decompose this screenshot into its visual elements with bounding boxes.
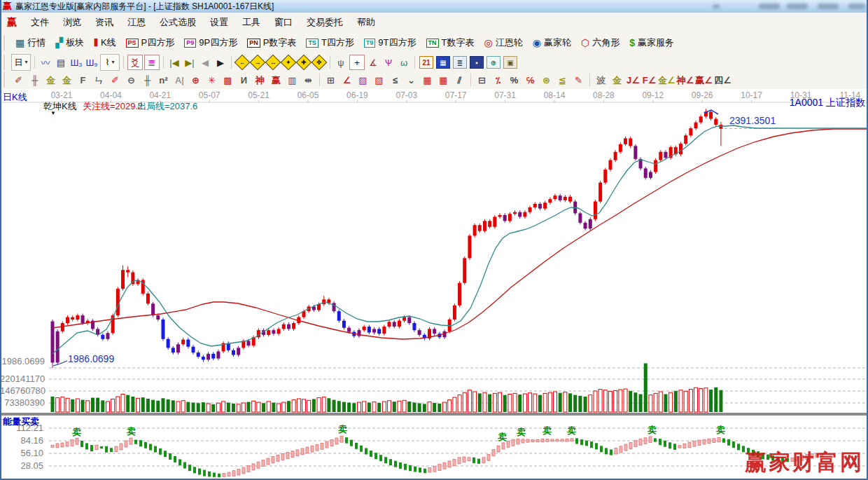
menu-item[interactable]: 资讯 <box>88 14 120 31</box>
gann-tool-icon[interactable]: Ѱ <box>382 55 396 69</box>
toolbar-button-dollar[interactable]: $赢家服务 <box>626 35 677 50</box>
histogram-icon[interactable]: ≣ <box>144 55 160 70</box>
menu-item[interactable]: 文件 <box>24 14 56 31</box>
draw-tool-button[interactable]: ⊛ <box>539 73 554 88</box>
expand-icon[interactable]: ✚ <box>296 55 312 71</box>
toolbar-button-table[interactable]: ▦行情 <box>13 35 48 50</box>
bars-9-icon[interactable]: Ш₉ <box>85 55 99 69</box>
toolbar-button-hexagon[interactable]: ⬡六角形 <box>578 35 622 50</box>
toolbar-button-badge[interactable]: PSP四方形 <box>123 35 178 50</box>
draw-tool-button[interactable]: ∠ <box>340 73 354 88</box>
draw-tool-button[interactable]: 四∠ <box>714 73 732 88</box>
menu-item[interactable]: 设置 <box>203 14 235 31</box>
draw-tool-button[interactable]: ✐ <box>11 73 26 88</box>
last-bar-icon[interactable]: ▶| <box>183 55 197 69</box>
draw-tool-button[interactable]: ℅ <box>523 73 538 88</box>
draw-tool-button[interactable]: ⌄ <box>404 73 419 88</box>
toolbar-grip[interactable] <box>4 35 7 50</box>
draw-tool-button[interactable]: ✳ <box>204 73 219 88</box>
menu-item[interactable]: 帮助 <box>350 14 382 31</box>
toolbar-button-wheel[interactable]: ◎江恩轮 <box>481 35 525 50</box>
zoom-horizontal-icon[interactable]: ↔ <box>265 55 281 71</box>
draw-tool-button[interactable]: ⊞ <box>323 73 338 88</box>
draw-tool-button[interactable]: ⊟ <box>475 73 489 88</box>
blurred-control[interactable] <box>713 4 720 8</box>
draw-tool-button[interactable]: ⁒ <box>491 73 505 88</box>
calendar-icon[interactable]: 21 <box>419 56 433 69</box>
draw-tool-button[interactable]: F∠ <box>642 73 657 88</box>
toolbar-grip[interactable] <box>4 72 7 88</box>
toolbar-button-blocks[interactable]: ▞板块 <box>52 35 87 50</box>
pattern-icon[interactable]: 爻 <box>127 55 143 70</box>
draw-tool-button[interactable]: ⊕ <box>188 73 203 88</box>
draw-tool-button[interactable]: 金 <box>610 73 624 88</box>
draw-tool-button[interactable]: 金 <box>59 73 74 88</box>
notes-icon[interactable]: ▤ <box>54 55 68 69</box>
toolbar-button-candles[interactable]: ⫴K线 <box>91 35 119 50</box>
zigzag-icon[interactable]: 〰 <box>38 55 52 69</box>
draw-tool-button[interactable]: ㄣ <box>92 73 106 88</box>
draw-tool-button[interactable]: J∠ <box>626 73 640 88</box>
draw-tool-button[interactable]: 金∠ <box>658 73 676 88</box>
blurred-control[interactable] <box>759 4 780 9</box>
blurred-control[interactable] <box>818 4 839 9</box>
scroll-left-icon[interactable]: ← <box>234 55 251 71</box>
toolbar-button-big-wheel[interactable]: ◉赢家轮 <box>530 35 574 50</box>
compass-icon[interactable]: ∡ <box>366 55 380 69</box>
scroll-right-icon[interactable]: → <box>250 55 266 71</box>
toolbar-button-badge[interactable]: P99P四方形 <box>181 35 240 50</box>
toolbar-button-badge[interactable]: PNP数字表 <box>244 35 299 50</box>
kline-mode-dropdown-icon[interactable]: ▼ <box>50 110 56 116</box>
draw-tool-button[interactable]: 神∠ <box>677 73 694 88</box>
bars-3-icon[interactable]: Ш₃ <box>69 55 83 69</box>
draw-tool-button[interactable]: ≤ <box>388 73 402 88</box>
title-bar[interactable]: 赢 赢家江恩专业版[赢家内部服务平台] - [上证指数 SH1A0001-167… <box>0 0 868 13</box>
kline-mode-label[interactable]: 乾坤K线 <box>43 100 77 113</box>
draw-tool-button[interactable]: A| <box>172 73 187 88</box>
draw-tool-button[interactable]: ✐ <box>108 73 122 88</box>
hand-icon[interactable]: ψ <box>334 55 348 69</box>
first-bar-icon[interactable]: |◀ <box>167 55 181 69</box>
toolbar-button-badge[interactable]: T99T四方形 <box>361 35 419 50</box>
menu-item[interactable]: 浏览 <box>56 14 88 31</box>
next-bar-icon[interactable]: ▶ <box>214 55 227 69</box>
draw-tool-button[interactable]: ╫ <box>27 73 42 88</box>
menu-item[interactable]: 交易委托 <box>300 14 350 31</box>
menu-item[interactable]: 江恩 <box>120 14 153 31</box>
draw-tool-button[interactable]: ⊖ <box>124 73 139 88</box>
draw-tool-button[interactable]: 赢 <box>269 73 284 88</box>
draw-tool-button[interactable]: ✎ <box>571 73 586 88</box>
draw-tool-button[interactable]: 神 <box>253 73 267 88</box>
pane-divider[interactable] <box>0 413 868 416</box>
menu-item[interactable]: 窗口 <box>267 14 300 31</box>
toolbar-button-badge[interactable]: TNT数字表 <box>424 35 477 50</box>
save-icon[interactable]: ▪ <box>470 56 484 69</box>
draw-tool-button[interactable]: ▩ <box>220 73 235 88</box>
menu-item[interactable]: 公式选股 <box>153 14 203 31</box>
draw-tool-button[interactable]: ▧ <box>372 73 386 88</box>
candle-style-dropdown[interactable]: ⌇▾ <box>100 54 120 71</box>
fit-all-icon[interactable]: ✥ <box>312 55 328 71</box>
draw-tool-button[interactable]: 金 <box>43 73 58 88</box>
draw-tool-button[interactable]: ▨ <box>356 73 370 88</box>
draw-tool-button[interactable]: 波 <box>594 73 608 88</box>
blurred-control[interactable] <box>848 4 865 9</box>
cycle-tool-icon[interactable]: ω <box>397 55 411 69</box>
draw-tool-button[interactable]: ≦ <box>555 73 570 88</box>
draw-tool-button[interactable]: F <box>76 73 90 88</box>
compress-icon[interactable]: ✦ <box>281 55 297 71</box>
draw-tool-button[interactable]: ▦ <box>420 73 435 88</box>
toolbar-button-badge[interactable]: TST四方形 <box>303 35 356 50</box>
draw-tool-button[interactable]: 赢∠ <box>695 73 713 88</box>
prev-bar-icon[interactable]: ◀ <box>198 55 212 69</box>
period-day-dropdown[interactable]: 日▾ <box>11 54 31 71</box>
draw-tool-button[interactable]: ╫ <box>140 73 155 88</box>
crosshair-icon[interactable]: + <box>349 55 365 70</box>
draw-tool-button[interactable]: ▥ <box>285 73 300 88</box>
menu-item[interactable]: 工具 <box>235 14 267 31</box>
draw-tool-button[interactable]: ⫽ <box>452 73 467 88</box>
kline-chart-canvas[interactable]: 卖卖卖卖卖卖卖卖卖 <box>0 89 868 480</box>
draw-tool-button[interactable]: ⇹ <box>301 73 316 88</box>
draw-tool-button[interactable]: ▦ <box>436 73 451 88</box>
chart-area[interactable]: 03-2104-0404-2105-0705-2106-0506-1907-03… <box>0 89 868 480</box>
